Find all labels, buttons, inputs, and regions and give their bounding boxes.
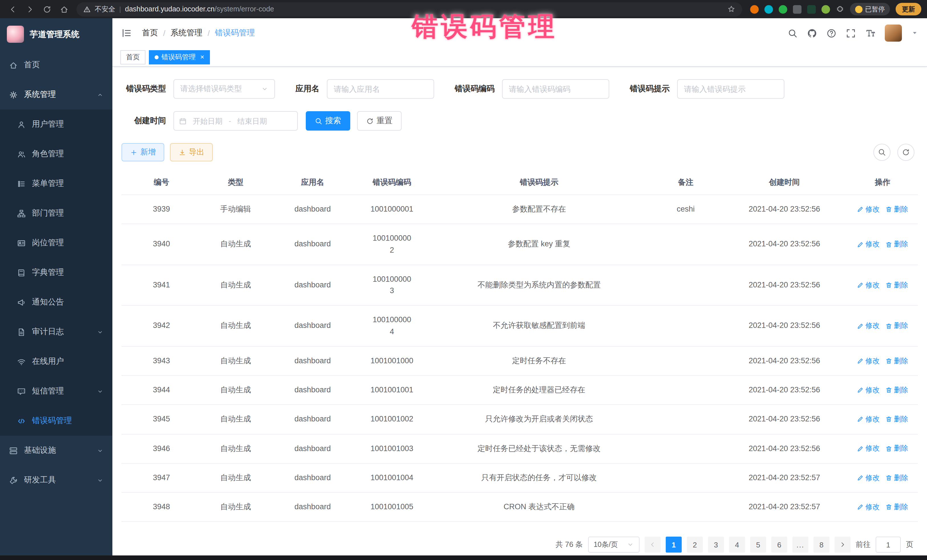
page-button-6[interactable]: 6 [771,537,787,553]
back-button[interactable] [6,2,20,16]
reload-button[interactable] [40,2,54,16]
sidebar-item-11[interactable]: 在线用户 [0,347,112,376]
address-bar[interactable]: 不安全 | dashboard.yudao.iocoder.cn/system/… [76,2,742,16]
page-button-2[interactable]: 2 [687,537,703,553]
refresh-table-button[interactable] [897,144,915,161]
export-button[interactable]: 导出 [170,143,213,161]
profile-paused-badge[interactable]: 已暂停 [850,3,890,15]
toggle-search-button[interactable] [873,144,891,161]
edit-link[interactable]: 修改 [857,239,880,250]
sidebar-item-5[interactable]: 菜单管理 [0,169,112,199]
page-button-4[interactable]: 4 [729,537,745,553]
chevron-right-icon [839,542,846,548]
column-header: 错误码提示 [429,170,650,194]
home-button[interactable] [57,2,71,16]
error-hint-input[interactable] [677,79,784,99]
start-date-input[interactable] [189,112,226,129]
help-button[interactable] [827,28,836,38]
date-range-picker[interactable]: - [173,111,298,131]
edit-link[interactable]: 修改 [857,355,880,366]
tab-1[interactable]: 首页 [120,50,146,64]
edit-link[interactable]: 修改 [857,443,880,454]
prev-page-button[interactable] [644,537,661,553]
error-type-select[interactable]: 请选择错误码类型 [173,79,275,99]
extension-icon[interactable] [750,5,758,14]
search-button[interactable]: 搜索 [306,111,350,131]
page-button-5[interactable]: 5 [750,537,766,553]
forward-button[interactable] [23,2,36,16]
delete-link[interactable]: 删除 [885,385,908,396]
extension-icon[interactable] [793,5,801,14]
error-code-input[interactable] [502,79,609,99]
sidebar-fold-button[interactable] [122,28,132,38]
edit-link[interactable]: 修改 [857,204,880,215]
extension-icon[interactable] [807,5,816,14]
sidebar-item-13[interactable]: 错误码管理 [0,406,112,436]
tab-2[interactable]: 错误码管理× [149,50,210,64]
delete-link[interactable]: 删除 [885,502,908,513]
sidebar-item-9[interactable]: 通知公告 [0,287,112,317]
sidebar-item-label: 角色管理 [32,149,64,159]
sidebar-item-8[interactable]: 字典管理 [0,258,112,287]
sidebar-item-15[interactable]: 研发工具 [0,465,112,495]
header-search-button[interactable] [788,28,798,38]
sidebar-item-14[interactable]: 基础设施 [0,436,112,465]
extensions-puzzle-icon[interactable] [836,5,844,14]
avatar-dropdown-button[interactable] [912,29,918,38]
edit-link[interactable]: 修改 [857,414,880,425]
sidebar-item-3[interactable]: 用户管理 [0,109,112,139]
page-button-8[interactable]: 8 [813,537,830,553]
delete-link[interactable]: 删除 [885,239,908,250]
extension-icon[interactable] [764,5,773,14]
breadcrumb-home[interactable]: 首页 [142,28,158,38]
delete-link[interactable]: 删除 [885,204,908,215]
reset-button[interactable]: 重置 [357,111,401,131]
add-button[interactable]: 新增 [122,143,164,161]
edit-link[interactable]: 修改 [857,280,880,291]
delete-link[interactable]: 删除 [885,280,908,291]
github-button[interactable] [807,28,817,38]
breadcrumb-system[interactable]: 系统管理 [170,28,202,38]
app-name-input[interactable] [327,79,434,99]
sidebar-item-12[interactable]: 短信管理 [0,376,112,406]
cell-message: 只允许修改为开启或者关闭状态 [429,405,650,434]
update-button[interactable]: 更新 [896,3,921,15]
user-avatar[interactable] [885,24,902,42]
more-pages-button[interactable]: ... [792,537,808,553]
delete-link[interactable]: 删除 [885,414,908,425]
sidebar-item-6[interactable]: 部门管理 [0,199,112,228]
filter-error-type: 错误码类型 请选择错误码类型 [122,79,275,99]
sidebar-item-4[interactable]: 角色管理 [0,139,112,169]
chevron-left-icon [649,542,656,548]
page-button-3[interactable]: 3 [708,537,724,553]
delete-link[interactable]: 删除 [885,472,908,483]
sidebar-item-2[interactable]: 系统管理 [0,80,112,109]
delete-link[interactable]: 删除 [885,443,908,454]
extension-icon[interactable] [821,5,830,14]
page-size-select[interactable]: 10条/页 [588,537,640,553]
megaphone-icon [17,298,26,307]
font-size-button[interactable] [865,28,875,38]
delete-link[interactable]: 删除 [885,355,908,366]
sidebar-item-7[interactable]: 岗位管理 [0,228,112,258]
bookmark-star-icon[interactable] [727,5,735,13]
filter-label-time: 创建时间 [122,116,166,126]
end-date-input[interactable] [233,112,271,129]
page-button-1[interactable]: 1 [666,537,682,553]
delete-link[interactable]: 删除 [885,320,908,331]
sidebar-item-1[interactable]: 首页 [0,50,112,80]
goto-suffix: 页 [906,540,913,550]
chevron-down-icon [261,85,268,93]
fullscreen-button[interactable] [846,28,856,38]
goto-page-input[interactable] [876,537,901,553]
edit-link[interactable]: 修改 [857,320,880,331]
search-icon [315,117,322,124]
next-page-button[interactable] [834,537,851,553]
edit-link[interactable]: 修改 [857,472,880,483]
extension-icon[interactable] [778,5,787,14]
close-tab-icon[interactable]: × [200,53,204,61]
sidebar-item-10[interactable]: 审计日志 [0,317,112,347]
edit-link[interactable]: 修改 [857,502,880,513]
table-row: 3943自动生成dashboard1001001000定时任务不存在2021-0… [122,347,918,376]
edit-link[interactable]: 修改 [857,385,880,396]
